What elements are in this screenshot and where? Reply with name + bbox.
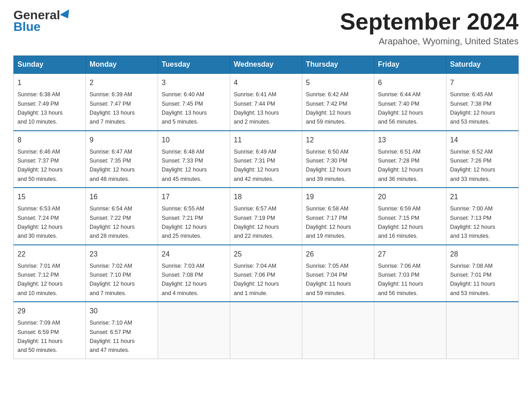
day-info: Sunrise: 6:40 AMSunset: 7:45 PMDaylight:… bbox=[162, 91, 207, 125]
day-info: Sunrise: 6:57 AMSunset: 7:19 PMDaylight:… bbox=[234, 206, 279, 239]
header-row: Sunday Monday Tuesday Wednesday Thursday… bbox=[14, 56, 519, 74]
calendar-cell: 16 Sunrise: 6:54 AMSunset: 7:22 PMDaylig… bbox=[86, 188, 158, 245]
day-number: 11 bbox=[234, 135, 298, 146]
day-number: 23 bbox=[90, 249, 154, 260]
calendar-cell bbox=[302, 302, 374, 359]
calendar-cell: 4 Sunrise: 6:41 AMSunset: 7:44 PMDayligh… bbox=[230, 73, 302, 131]
calendar-cell: 23 Sunrise: 7:02 AMSunset: 7:10 PMDaylig… bbox=[86, 245, 158, 302]
day-number: 1 bbox=[17, 77, 82, 88]
day-info: Sunrise: 6:46 AMSunset: 7:37 PMDaylight:… bbox=[17, 149, 63, 182]
day-info: Sunrise: 6:44 AMSunset: 7:40 PMDaylight:… bbox=[378, 91, 423, 125]
col-monday: Monday bbox=[86, 56, 158, 74]
logo: General Blue bbox=[13, 9, 72, 34]
day-number: 22 bbox=[17, 249, 82, 260]
calendar-cell: 1 Sunrise: 6:38 AMSunset: 7:49 PMDayligh… bbox=[14, 73, 86, 131]
calendar-cell: 27 Sunrise: 7:06 AMSunset: 7:03 PMDaylig… bbox=[374, 245, 446, 302]
col-friday: Friday bbox=[374, 56, 446, 74]
calendar-week-1: 1 Sunrise: 6:38 AMSunset: 7:49 PMDayligh… bbox=[14, 73, 519, 131]
calendar-cell: 12 Sunrise: 6:50 AMSunset: 7:30 PMDaylig… bbox=[302, 131, 374, 188]
day-info: Sunrise: 6:48 AMSunset: 7:33 PMDaylight:… bbox=[162, 149, 207, 182]
day-number: 15 bbox=[17, 192, 82, 202]
day-info: Sunrise: 7:04 AMSunset: 7:06 PMDaylight:… bbox=[234, 263, 279, 296]
day-info: Sunrise: 7:02 AMSunset: 7:10 PMDaylight:… bbox=[90, 263, 135, 296]
calendar-cell: 29 Sunrise: 7:09 AMSunset: 6:59 PMDaylig… bbox=[14, 302, 86, 359]
day-info: Sunrise: 6:58 AMSunset: 7:17 PMDaylight:… bbox=[306, 206, 351, 239]
day-number: 20 bbox=[378, 192, 442, 202]
calendar-cell: 7 Sunrise: 6:45 AMSunset: 7:38 PMDayligh… bbox=[446, 73, 519, 131]
calendar-title: September 2024 bbox=[340, 9, 519, 34]
logo-text-blue: Blue bbox=[13, 20, 41, 34]
day-info: Sunrise: 7:05 AMSunset: 7:04 PMDaylight:… bbox=[306, 263, 351, 296]
calendar-subtitle: Arapahoe, Wyoming, United States bbox=[340, 36, 519, 47]
day-info: Sunrise: 6:53 AMSunset: 7:24 PMDaylight:… bbox=[17, 206, 63, 239]
day-info: Sunrise: 6:50 AMSunset: 7:30 PMDaylight:… bbox=[306, 149, 351, 182]
day-info: Sunrise: 6:38 AMSunset: 7:49 PMDaylight:… bbox=[17, 91, 63, 125]
calendar-cell: 5 Sunrise: 6:42 AMSunset: 7:42 PMDayligh… bbox=[302, 73, 374, 131]
day-number: 16 bbox=[90, 192, 154, 202]
day-number: 8 bbox=[17, 135, 82, 146]
day-info: Sunrise: 7:01 AMSunset: 7:12 PMDaylight:… bbox=[17, 263, 63, 296]
day-info: Sunrise: 6:52 AMSunset: 7:26 PMDaylight:… bbox=[450, 149, 495, 182]
day-info: Sunrise: 6:51 AMSunset: 7:28 PMDaylight:… bbox=[378, 149, 423, 182]
calendar-cell: 28 Sunrise: 7:08 AMSunset: 7:01 PMDaylig… bbox=[446, 245, 519, 302]
day-number: 5 bbox=[306, 77, 370, 88]
title-area: September 2024 Arapahoe, Wyoming, United… bbox=[340, 9, 519, 47]
calendar-cell: 3 Sunrise: 6:40 AMSunset: 7:45 PMDayligh… bbox=[158, 73, 230, 131]
calendar-table: Sunday Monday Tuesday Wednesday Thursday… bbox=[13, 56, 519, 359]
day-number: 4 bbox=[234, 77, 298, 88]
day-info: Sunrise: 7:00 AMSunset: 7:13 PMDaylight:… bbox=[450, 206, 495, 239]
calendar-cell: 20 Sunrise: 6:59 AMSunset: 7:15 PMDaylig… bbox=[374, 188, 446, 245]
col-thursday: Thursday bbox=[302, 56, 374, 74]
col-wednesday: Wednesday bbox=[230, 56, 302, 74]
calendar-week-3: 15 Sunrise: 6:53 AMSunset: 7:24 PMDaylig… bbox=[14, 188, 519, 245]
day-number: 29 bbox=[17, 306, 82, 317]
day-info: Sunrise: 7:03 AMSunset: 7:08 PMDaylight:… bbox=[162, 263, 207, 296]
calendar-week-4: 22 Sunrise: 7:01 AMSunset: 7:12 PMDaylig… bbox=[14, 245, 519, 302]
day-info: Sunrise: 6:47 AMSunset: 7:35 PMDaylight:… bbox=[90, 149, 135, 182]
day-info: Sunrise: 7:09 AMSunset: 6:59 PMDaylight:… bbox=[17, 320, 63, 353]
day-number: 30 bbox=[90, 306, 154, 317]
day-number: 17 bbox=[162, 192, 226, 202]
day-number: 3 bbox=[162, 77, 226, 88]
calendar-cell: 11 Sunrise: 6:49 AMSunset: 7:31 PMDaylig… bbox=[230, 131, 302, 188]
calendar-cell: 6 Sunrise: 6:44 AMSunset: 7:40 PMDayligh… bbox=[374, 73, 446, 131]
calendar-cell: 24 Sunrise: 7:03 AMSunset: 7:08 PMDaylig… bbox=[158, 245, 230, 302]
day-number: 18 bbox=[234, 192, 298, 202]
col-saturday: Saturday bbox=[446, 56, 519, 74]
day-number: 13 bbox=[378, 135, 442, 146]
day-info: Sunrise: 6:55 AMSunset: 7:21 PMDaylight:… bbox=[162, 206, 207, 239]
calendar-cell: 13 Sunrise: 6:51 AMSunset: 7:28 PMDaylig… bbox=[374, 131, 446, 188]
day-info: Sunrise: 6:42 AMSunset: 7:42 PMDaylight:… bbox=[306, 91, 351, 125]
day-number: 7 bbox=[450, 77, 515, 88]
calendar-cell bbox=[230, 302, 302, 359]
calendar-cell bbox=[446, 302, 519, 359]
day-info: Sunrise: 7:10 AMSunset: 6:57 PMDaylight:… bbox=[90, 320, 135, 353]
day-number: 25 bbox=[234, 249, 298, 260]
day-number: 9 bbox=[90, 135, 154, 146]
calendar-cell: 21 Sunrise: 7:00 AMSunset: 7:13 PMDaylig… bbox=[446, 188, 519, 245]
day-number: 10 bbox=[162, 135, 226, 146]
day-number: 14 bbox=[450, 135, 515, 146]
calendar-week-5: 29 Sunrise: 7:09 AMSunset: 6:59 PMDaylig… bbox=[14, 302, 519, 359]
calendar-cell: 18 Sunrise: 6:57 AMSunset: 7:19 PMDaylig… bbox=[230, 188, 302, 245]
logo-arrow-icon bbox=[60, 9, 73, 21]
day-number: 28 bbox=[450, 249, 515, 260]
calendar-cell bbox=[374, 302, 446, 359]
calendar-cell: 17 Sunrise: 6:55 AMSunset: 7:21 PMDaylig… bbox=[158, 188, 230, 245]
day-number: 21 bbox=[450, 192, 515, 202]
calendar-cell: 10 Sunrise: 6:48 AMSunset: 7:33 PMDaylig… bbox=[158, 131, 230, 188]
calendar-cell: 22 Sunrise: 7:01 AMSunset: 7:12 PMDaylig… bbox=[14, 245, 86, 302]
day-info: Sunrise: 6:54 AMSunset: 7:22 PMDaylight:… bbox=[90, 206, 135, 239]
day-number: 6 bbox=[378, 77, 442, 88]
day-number: 27 bbox=[378, 249, 442, 260]
calendar-cell: 8 Sunrise: 6:46 AMSunset: 7:37 PMDayligh… bbox=[14, 131, 86, 188]
day-number: 26 bbox=[306, 249, 370, 260]
col-sunday: Sunday bbox=[14, 56, 86, 74]
col-tuesday: Tuesday bbox=[158, 56, 230, 74]
day-info: Sunrise: 7:08 AMSunset: 7:01 PMDaylight:… bbox=[450, 263, 495, 296]
day-info: Sunrise: 6:39 AMSunset: 7:47 PMDaylight:… bbox=[90, 91, 135, 125]
calendar-cell: 25 Sunrise: 7:04 AMSunset: 7:06 PMDaylig… bbox=[230, 245, 302, 302]
calendar-cell bbox=[158, 302, 230, 359]
day-number: 12 bbox=[306, 135, 370, 146]
calendar-cell: 2 Sunrise: 6:39 AMSunset: 7:47 PMDayligh… bbox=[86, 73, 158, 131]
